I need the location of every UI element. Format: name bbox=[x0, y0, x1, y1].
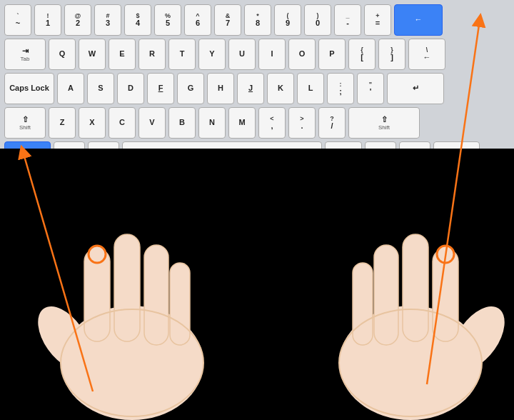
key-m-main: M bbox=[238, 118, 245, 127]
key-k[interactable]: K bbox=[267, 73, 294, 104]
key-o[interactable]: O bbox=[288, 39, 316, 70]
key-y[interactable]: Y bbox=[198, 39, 226, 70]
key-a[interactable]: A bbox=[57, 73, 84, 104]
key-lbracket-bot: [ bbox=[361, 54, 363, 61]
key-f[interactable]: F bbox=[147, 73, 174, 104]
key-comma-bot: , bbox=[271, 122, 273, 130]
key-capslock[interactable]: Caps Lock bbox=[4, 73, 54, 104]
key-backspace[interactable]: ← bbox=[394, 4, 443, 36]
key-capslock-main: Caps Lock bbox=[9, 84, 49, 93]
key-tab[interactable]: ⇥Tab bbox=[4, 39, 46, 70]
key-u[interactable]: U bbox=[228, 39, 256, 70]
key-x[interactable]: X bbox=[79, 107, 106, 139]
key-l-main: L bbox=[308, 84, 313, 93]
key-tab-main: ⇥ bbox=[22, 46, 29, 56]
key-9[interactable]: (9 bbox=[274, 4, 301, 36]
key-h-main: H bbox=[218, 84, 223, 93]
key-2-bot: 2 bbox=[76, 19, 80, 27]
key-l[interactable]: L bbox=[297, 73, 324, 104]
key-quote[interactable]: "' bbox=[357, 73, 384, 104]
key-4-bot: 4 bbox=[136, 19, 140, 27]
key-7-bot: 7 bbox=[226, 19, 230, 27]
key-1[interactable]: !1 bbox=[34, 4, 61, 36]
key-y-main: Y bbox=[209, 49, 214, 59]
key-p-main: P bbox=[329, 49, 334, 59]
key-q-main: Q bbox=[59, 49, 66, 59]
key-2[interactable]: @2 bbox=[64, 4, 91, 36]
key-k-main: K bbox=[278, 84, 283, 93]
key-n[interactable]: N bbox=[198, 107, 226, 139]
key-g-main: G bbox=[188, 84, 194, 93]
key-b-main: B bbox=[179, 118, 185, 127]
key-z-main: Z bbox=[60, 118, 65, 127]
key-h[interactable]: H bbox=[207, 73, 234, 104]
key-r-main: R bbox=[149, 49, 155, 59]
key-row-3: ⇧ShiftZXCVBNM<,>.?/⇧Shift bbox=[4, 107, 510, 139]
key-backtick-bot: ~ bbox=[16, 19, 20, 27]
key-d[interactable]: D bbox=[117, 73, 144, 104]
key-z[interactable]: Z bbox=[49, 107, 76, 139]
key-row-1: ⇥TabQWERTYUIOP{[}]\← bbox=[4, 39, 510, 70]
key-rbracket[interactable]: }] bbox=[378, 39, 405, 70]
key-j[interactable]: J bbox=[237, 73, 264, 104]
key-equals-bot: = bbox=[376, 19, 380, 27]
key-t-main: T bbox=[180, 49, 185, 59]
key-semicolon[interactable]: :; bbox=[327, 73, 354, 104]
key-slash-bot: / bbox=[331, 122, 333, 130]
key-b[interactable]: B bbox=[168, 107, 196, 139]
key-q[interactable]: Q bbox=[49, 39, 76, 70]
key-row-0: `~!1@2#3$4%5^6&7*8(9)0_-+=← bbox=[4, 4, 510, 36]
key-backtick[interactable]: `~ bbox=[4, 4, 31, 36]
key-o-main: O bbox=[299, 49, 306, 59]
key-shift-right-label: Shift bbox=[378, 124, 390, 131]
key-4[interactable]: $4 bbox=[124, 4, 151, 36]
key-enter[interactable]: ↵ bbox=[387, 73, 444, 104]
key-comma[interactable]: <, bbox=[258, 107, 286, 139]
key-0-bot: 0 bbox=[316, 19, 320, 27]
key-t[interactable]: T bbox=[168, 39, 196, 70]
key-shift-right-icon: ⇧ bbox=[381, 115, 388, 124]
key-backslash[interactable]: \← bbox=[408, 39, 445, 70]
key-shift-left-icon: ⇧ bbox=[22, 115, 29, 124]
key-period-bot: . bbox=[301, 122, 303, 130]
key-f-main: F bbox=[158, 84, 163, 93]
key-minus[interactable]: _- bbox=[334, 4, 361, 36]
key-c[interactable]: C bbox=[109, 107, 136, 139]
svg-point-12 bbox=[89, 246, 106, 263]
key-shift-right[interactable]: ⇧Shift bbox=[348, 107, 420, 139]
key-d-main: D bbox=[128, 84, 133, 93]
key-i-main: I bbox=[271, 49, 273, 59]
key-j-main: J bbox=[248, 84, 253, 93]
key-enter-main: ↵ bbox=[413, 84, 419, 93]
key-period[interactable]: >. bbox=[288, 107, 316, 139]
key-7[interactable]: &7 bbox=[214, 4, 241, 36]
key-a-main: A bbox=[68, 84, 74, 93]
key-p[interactable]: P bbox=[318, 39, 346, 70]
key-shift-left[interactable]: ⇧Shift bbox=[4, 107, 46, 139]
key-equals[interactable]: += bbox=[364, 4, 391, 36]
key-g[interactable]: G bbox=[177, 73, 204, 104]
key-backslash-bot: ← bbox=[423, 54, 431, 61]
key-i[interactable]: I bbox=[258, 39, 286, 70]
key-6-bot: 6 bbox=[196, 19, 200, 27]
key-5[interactable]: %5 bbox=[154, 4, 181, 36]
key-0[interactable]: )0 bbox=[304, 4, 331, 36]
key-backspace-main: ← bbox=[415, 15, 423, 24]
key-6[interactable]: ^6 bbox=[184, 4, 211, 36]
key-n-main: N bbox=[209, 118, 215, 127]
key-8[interactable]: *8 bbox=[244, 4, 271, 36]
key-c-main: C bbox=[119, 118, 125, 127]
key-r[interactable]: R bbox=[138, 39, 166, 70]
key-row-2: Caps LockASDFGHJKL:;"'↵ bbox=[4, 73, 510, 104]
key-3[interactable]: #3 bbox=[94, 4, 121, 36]
key-m[interactable]: M bbox=[228, 107, 256, 139]
key-s[interactable]: S bbox=[87, 73, 114, 104]
key-v[interactable]: V bbox=[138, 107, 166, 139]
key-e[interactable]: E bbox=[109, 39, 136, 70]
key-lbracket[interactable]: {[ bbox=[348, 39, 376, 70]
key-w[interactable]: W bbox=[79, 39, 106, 70]
key-slash[interactable]: ?/ bbox=[318, 107, 346, 139]
key-5-bot: 5 bbox=[166, 19, 170, 27]
hands-illustration bbox=[0, 149, 514, 420]
key-x-main: X bbox=[89, 118, 94, 127]
